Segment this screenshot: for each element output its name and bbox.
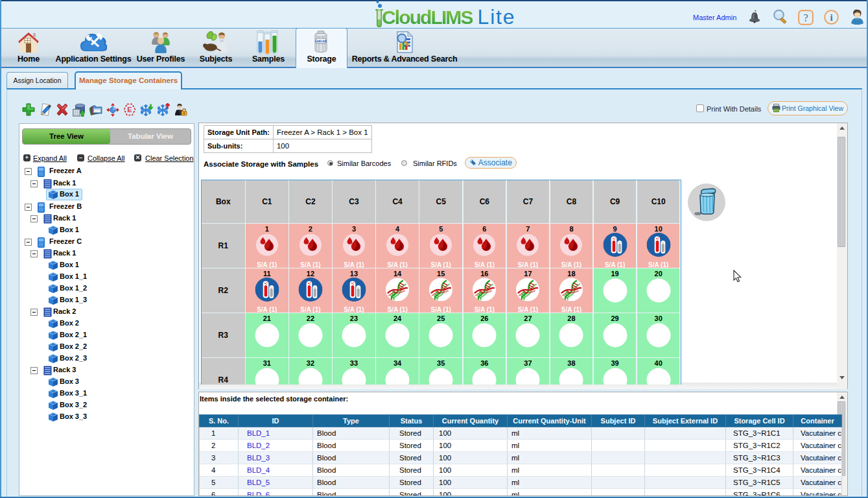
svg-text:i: i (830, 12, 832, 23)
svg-text:LABCAN: LABCAN (315, 40, 327, 43)
svg-text:?: ? (803, 12, 808, 23)
svg-text:E: E (127, 106, 132, 113)
